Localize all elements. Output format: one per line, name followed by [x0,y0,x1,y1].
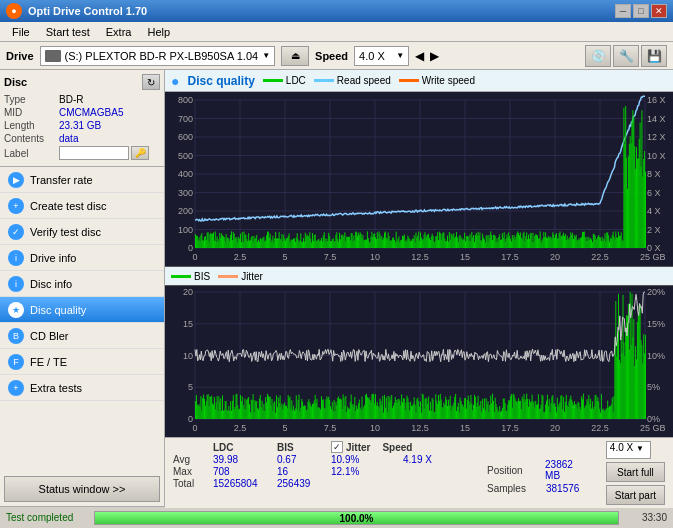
drive-info-label: Drive info [30,252,76,264]
speed-select[interactable]: 4.0 X ▼ [354,46,409,66]
total-bis: 256439 [277,478,327,489]
disc-label-label: Label [4,148,59,159]
create-test-disc-icon: + [8,198,24,214]
disc-info-panel: Disc ↻ Type BD-R MID CMCMAGBA5 Length 23… [0,70,164,167]
cd-bler-icon: B [8,328,24,344]
ldc-header: LDC [213,442,273,453]
action-speed-select[interactable]: 4.0 X ▼ [606,441,651,459]
fe-te-icon: F [8,354,24,370]
position-label: Position [487,465,541,476]
menu-bar: File Start test Extra Help [0,22,673,42]
samples-label: Samples [487,483,542,494]
drive-info-icon: i [8,250,24,266]
app-icon: ● [6,3,22,19]
max-bis: 16 [277,466,327,477]
speed-right-arrow[interactable]: ▶ [430,49,439,63]
avg-jitter: 10.9% [331,454,391,465]
drive-select[interactable]: (S:) PLEXTOR BD-R PX-LB950SA 1.04 ▼ [40,46,276,66]
sidebar-item-disc-quality[interactable]: ★ Disc quality [0,297,164,323]
legend-ldc-color [263,79,283,82]
max-label: Max [173,466,209,477]
disc-length-value: 23.31 GB [59,120,101,131]
verify-test-disc-icon: ✓ [8,224,24,240]
stats-bar: LDC BIS ✓ Jitter Speed Avg 39.98 0.67 10… [165,437,673,508]
main-area: Disc ↻ Type BD-R MID CMCMAGBA5 Length 23… [0,70,673,506]
extra-tests-icon: + [8,380,24,396]
nav-section: ▶ Transfer rate + Create test disc ✓ Ver… [0,167,164,472]
create-test-disc-label: Create test disc [30,200,106,212]
disc-type-value: BD-R [59,94,83,105]
sidebar-item-transfer-rate[interactable]: ▶ Transfer rate [0,167,164,193]
legend-bis: BIS [171,271,210,282]
toolbar-btn-3[interactable]: 💾 [641,45,667,67]
toolbar-buttons: 💿 🔧 💾 [585,45,667,67]
app-title: Opti Drive Control 1.70 [28,5,147,17]
upper-chart [165,92,673,267]
disc-info-label: Disc info [30,278,72,290]
samples-value: 381576 [546,483,579,494]
sidebar-item-verify-test-disc[interactable]: ✓ Verify test disc [0,219,164,245]
sidebar-item-extra-tests[interactable]: + Extra tests [0,375,164,401]
disc-length-label: Length [4,120,59,131]
start-part-button[interactable]: Start part [606,485,665,505]
jitter-header: Jitter [346,442,370,453]
disc-refresh-button[interactable]: ↻ [142,74,160,90]
drive-icon [45,50,61,62]
fe-te-label: FE / TE [30,356,67,368]
disc-mid-label: MID [4,107,59,118]
sidebar-item-fe-te[interactable]: F FE / TE [0,349,164,375]
menu-start-test[interactable]: Start test [38,24,98,40]
sidebar-item-cd-bler[interactable]: B CD Bler [0,323,164,349]
maximize-button[interactable]: □ [633,4,649,18]
legend-ldc: LDC [263,75,306,86]
disc-label-input[interactable] [59,146,129,160]
minimize-button[interactable]: ─ [615,4,631,18]
verify-test-disc-label: Verify test disc [30,226,101,238]
status-window-button[interactable]: Status window >> [4,476,160,502]
menu-file[interactable]: File [4,24,38,40]
cd-bler-label: CD Bler [30,330,69,342]
start-full-button[interactable]: Start full [606,462,665,482]
stats-labels-col: LDC BIS ✓ Jitter Speed Avg 39.98 0.67 10… [173,441,463,489]
jitter-checkbox[interactable]: ✓ [331,441,343,453]
lower-chart [165,285,673,437]
charts-area: BIS Jitter [165,92,673,437]
title-bar: ● Opti Drive Control 1.70 ─ □ ✕ [0,0,673,22]
eject-button[interactable]: ⏏ [281,46,309,66]
avg-ldc: 39.98 [213,454,273,465]
lower-chart-legend-row: BIS Jitter [165,267,673,285]
avg-speed: 4.19 X [403,454,463,465]
transfer-rate-icon: ▶ [8,172,24,188]
bis-header: BIS [277,442,327,453]
progress-label: Test completed [6,512,86,523]
chart-title: Disc quality [187,74,254,88]
progress-text: 100.0% [95,512,618,526]
close-button[interactable]: ✕ [651,4,667,18]
toolbar-btn-2[interactable]: 🔧 [613,45,639,67]
max-jitter: 12.1% [331,466,391,477]
speed-left-arrow[interactable]: ◀ [415,49,424,63]
legend-jitter-color [218,275,238,278]
window-controls: ─ □ ✕ [615,4,667,18]
avg-bis: 0.67 [277,454,327,465]
speed-dropdown: 4.0 X ▼ [606,441,665,459]
toolbar-btn-1[interactable]: 💿 [585,45,611,67]
drive-dropdown-arrow: ▼ [262,51,270,60]
total-label: Total [173,478,209,489]
sidebar-item-disc-info[interactable]: i Disc info [0,271,164,297]
progress-bar: 100.0% [94,511,619,525]
disc-label-button[interactable]: 🔑 [131,146,149,160]
sidebar-item-create-test-disc[interactable]: + Create test disc [0,193,164,219]
time-label: 33:30 [627,512,667,523]
drive-name: (S:) PLEXTOR BD-R PX-LB950SA 1.04 [65,50,259,62]
transfer-rate-label: Transfer rate [30,174,93,186]
menu-help[interactable]: Help [139,24,178,40]
right-stats: Position 23862 MB Samples 381576 [487,441,590,494]
avg-label: Avg [173,454,209,465]
legend-write-color [399,79,419,82]
sidebar: Disc ↻ Type BD-R MID CMCMAGBA5 Length 23… [0,70,165,506]
menu-extra[interactable]: Extra [98,24,140,40]
sidebar-item-drive-info[interactable]: i Drive info [0,245,164,271]
chart-header: ● Disc quality LDC Read speed Write spee… [165,70,673,92]
disc-panel-title: Disc [4,76,27,88]
